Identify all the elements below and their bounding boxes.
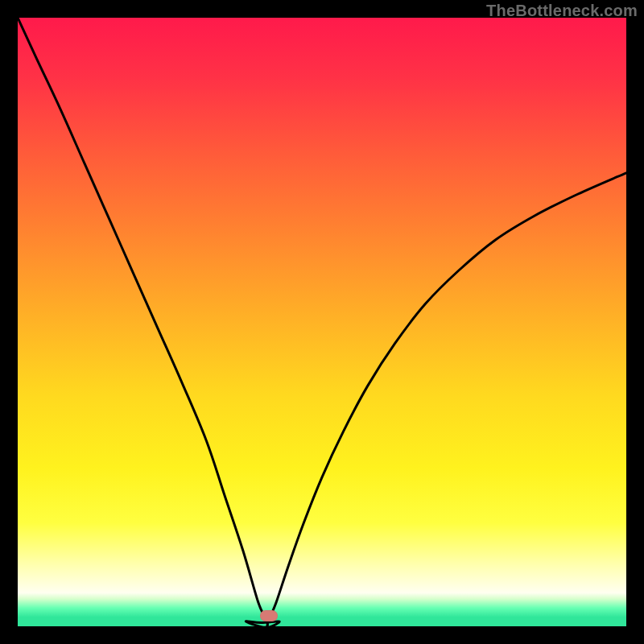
plot-frame (18, 18, 626, 626)
gradient-background (18, 18, 626, 626)
watermark-text: TheBottleneck.com (486, 2, 638, 20)
svg-rect-0 (18, 18, 626, 626)
optimum-marker (260, 610, 278, 621)
